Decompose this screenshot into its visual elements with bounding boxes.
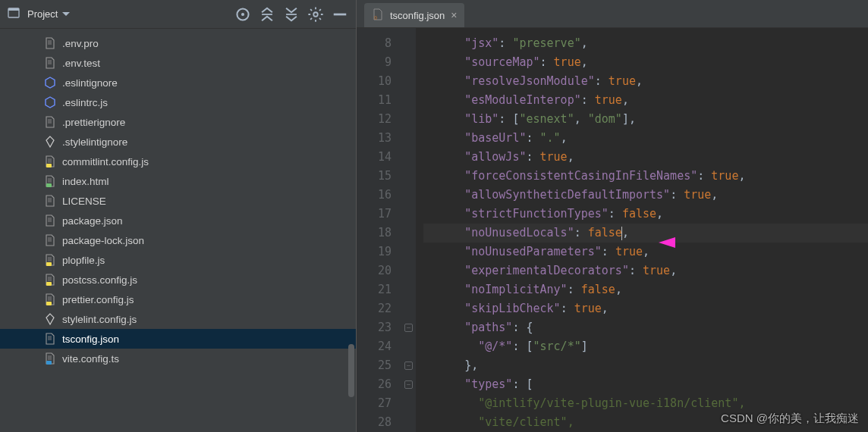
fold-marker[interactable]: − [404, 362, 413, 370]
project-title[interactable]: Project [27, 8, 70, 20]
code-line[interactable]: "noImplicitAny": false, [423, 280, 868, 299]
tree-row[interactable]: .prettierignore [0, 112, 356, 132]
svg-rect-22 [46, 361, 52, 365]
file-label: LICENSE [62, 196, 106, 207]
fold-marker[interactable]: − [404, 380, 413, 389]
file-label: index.html [62, 176, 109, 187]
code-line[interactable]: "noUnusedParameters": true, [423, 243, 868, 261]
code-line[interactable]: "forceConsistentCasingInFileNames": true… [423, 167, 868, 186]
js-file-icon [44, 155, 56, 167]
code-line[interactable]: "strictFunctionTypes": false, [423, 205, 868, 224]
code-line[interactable]: "experimentalDecorators": true, [423, 261, 868, 280]
project-title-label: Project [27, 8, 58, 20]
code-line[interactable]: "noUnusedLocals": false, [423, 224, 868, 243]
file-label: postcss.config.js [62, 274, 137, 286]
tree-row[interactable]: tsconfig.json [0, 329, 356, 349]
project-panel: Project .env.pro.env.test.eslintignore.e… [0, 0, 357, 432]
tree-row[interactable]: package-lock.json [0, 230, 356, 250]
code-editor[interactable]: 8910111213141516171819202122232425262728… [357, 28, 868, 432]
code-line[interactable]: }, [423, 356, 868, 375]
code-line[interactable]: "paths": { [423, 318, 868, 337]
file-label: prettier.config.js [62, 294, 134, 305]
line-gutter: 8910111213141516171819202122232425262728 [357, 28, 402, 432]
json-file-icon [44, 214, 56, 227]
file-label: commitlint.config.js [62, 156, 149, 167]
file-label: vite.config.ts [62, 353, 119, 365]
js-file-icon [44, 254, 56, 266]
file-label: stylelint.config.js [62, 314, 137, 325]
svg-marker-11 [46, 97, 55, 108]
scrollbar-thumb[interactable] [348, 344, 354, 397]
tree-row[interactable]: plopfile.js [0, 250, 356, 270]
js-file-icon [44, 274, 56, 286]
json-file-icon [44, 234, 56, 246]
tree-row[interactable]: stylelint.config.js [0, 309, 356, 329]
tree-row[interactable]: postcss.config.js [0, 270, 356, 290]
editor-tab[interactable]: {} tsconfig.json × [364, 3, 464, 27]
editor-area: {} tsconfig.json × 891011121314151617181… [357, 0, 868, 432]
tree-row[interactable]: vite.config.ts [0, 349, 356, 368]
code-line[interactable]: "resolveJsonModule": true, [423, 72, 868, 91]
file-label: .env.pro [62, 38, 99, 49]
ts-file-icon [44, 352, 56, 365]
tree-row[interactable]: LICENSE [0, 191, 356, 211]
svg-rect-18 [46, 262, 52, 266]
project-tree[interactable]: .env.pro.env.test.eslintignore.eslintrc.… [0, 29, 356, 432]
editor-tab-label: tsconfig.json [390, 10, 445, 21]
style-file-icon [44, 136, 56, 148]
code-line[interactable]: "allowJs": true, [423, 148, 868, 167]
svg-point-3 [241, 12, 244, 15]
file-label: .prettierignore [62, 117, 125, 128]
file-label: .env.test [62, 58, 100, 69]
tree-row[interactable]: .eslintrc.js [0, 92, 356, 112]
collapse-all-icon[interactable] [283, 6, 300, 23]
file-label: package.json [62, 215, 123, 227]
watermark: CSDN @你的美，让我痴迷 [721, 412, 859, 426]
file-label: plopfile.js [62, 255, 105, 266]
svg-rect-19 [46, 282, 52, 286]
fold-marker[interactable]: − [404, 324, 413, 332]
code-line[interactable]: "@intlify/vite-plugin-vue-i18n/client", [423, 394, 868, 413]
code-line[interactable]: "allowSyntheticDefaultImports": true, [423, 186, 868, 205]
code-line[interactable]: "esModuleInterop": true, [423, 91, 868, 110]
tree-row[interactable]: .eslintignore [0, 73, 356, 92]
code-line[interactable]: "jsx": "preserve", [423, 34, 868, 53]
code-line[interactable]: "baseUrl": ".", [423, 129, 868, 148]
editor-tabbar: {} tsconfig.json × [357, 0, 868, 28]
file-file-icon [44, 195, 56, 207]
hex-file-icon [44, 96, 56, 108]
tree-row[interactable]: .stylelintignore [0, 132, 356, 152]
code-line[interactable]: "types": [ [423, 375, 868, 394]
svg-rect-1 [8, 8, 19, 11]
project-header: Project [0, 0, 356, 29]
code-line[interactable]: "skipLibCheck": true, [423, 299, 868, 318]
style-file-icon [44, 313, 56, 325]
svg-rect-20 [46, 302, 52, 305]
file-file-icon [44, 116, 56, 128]
project-icon [8, 7, 20, 21]
code-line[interactable]: "sourceMap": true, [423, 53, 868, 72]
svg-rect-14 [46, 183, 52, 187]
expand-all-icon[interactable] [259, 6, 275, 23]
tree-row[interactable]: package.json [0, 211, 356, 230]
select-opened-file-icon[interactable] [234, 6, 251, 23]
file-label: tsconfig.json [62, 333, 119, 345]
file-label: .stylelintignore [62, 136, 127, 148]
settings-icon[interactable] [307, 6, 324, 23]
tree-row[interactable]: index.html [0, 171, 356, 191]
tree-row[interactable]: prettier.config.js [0, 290, 356, 309]
chevron-down-icon [62, 12, 70, 17]
tree-row[interactable]: .env.test [0, 53, 356, 73]
close-tab-icon[interactable]: × [451, 10, 457, 20]
json-file-icon: {} [372, 8, 384, 23]
html-file-icon [44, 175, 56, 187]
js-file-icon [44, 293, 56, 305]
tree-row[interactable]: .env.pro [0, 33, 356, 53]
hide-panel-icon[interactable] [332, 6, 348, 23]
code-content[interactable]: "jsx": "preserve", "sourceMap": true, "r… [416, 28, 868, 432]
fold-column: −−− [402, 28, 416, 432]
code-line[interactable]: "@/*": ["src/*"] [423, 337, 868, 356]
file-label: .eslintignore [62, 77, 118, 89]
code-line[interactable]: "lib": ["esnext", "dom"], [423, 110, 868, 129]
tree-row[interactable]: commitlint.config.js [0, 152, 356, 171]
